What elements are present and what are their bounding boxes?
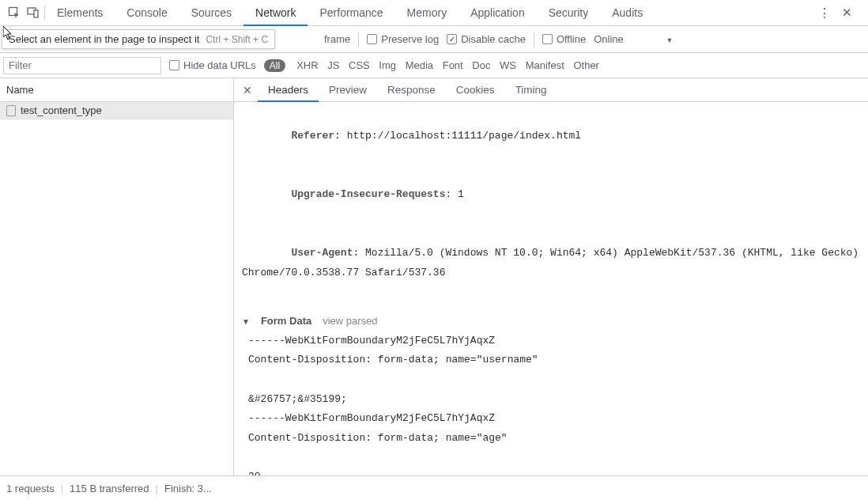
svg-rect-2: [34, 10, 38, 17]
tab-network[interactable]: Network: [243, 0, 308, 26]
network-toolbar: Select an element in the page to inspect…: [0, 26, 868, 53]
header-referer: Referer: http://localhost:11111/page/ind…: [242, 107, 860, 165]
detail-tab-headers[interactable]: Headers: [258, 78, 319, 102]
frame-selector-text[interactable]: frame: [324, 33, 350, 45]
inspect-tooltip: Select an element in the page to inspect…: [2, 29, 275, 49]
detail-tab-timing[interactable]: Timing: [505, 78, 557, 102]
request-row[interactable]: test_content_type: [0, 102, 233, 119]
tab-memory[interactable]: Memory: [395, 0, 459, 26]
status-finish: Finish: 3...: [164, 483, 212, 494]
requests-list-pane: Name test_content_type: [0, 78, 234, 475]
offline-label: Offline: [557, 33, 586, 45]
view-parsed-link[interactable]: view parsed: [323, 312, 377, 331]
caret-down-icon: ▼: [242, 314, 250, 329]
divider: [534, 32, 534, 47]
detail-tab-preview[interactable]: Preview: [319, 78, 377, 102]
filter-type-ws[interactable]: WS: [496, 59, 519, 71]
devtools-top-tabs: ElementsConsoleSourcesNetworkPerformance…: [0, 0, 868, 26]
tab-application[interactable]: Application: [459, 0, 537, 26]
headers-panel[interactable]: Referer: http://localhost:11111/page/ind…: [234, 102, 868, 475]
divider: |: [61, 483, 63, 494]
filter-type-media[interactable]: Media: [402, 59, 436, 71]
tab-performance[interactable]: Performance: [308, 0, 394, 26]
detail-tab-cookies[interactable]: Cookies: [446, 78, 505, 102]
kebab-menu-icon[interactable]: ⋮: [818, 6, 831, 21]
network-main: Name test_content_type ✕ HeadersPreviewR…: [0, 78, 868, 475]
form-data-title: Form Data: [261, 312, 311, 331]
request-name: test_content_type: [21, 104, 102, 116]
hide-data-urls-checkbox[interactable]: Hide data URLs: [169, 59, 256, 71]
divider: [358, 32, 359, 47]
filter-type-other[interactable]: Other: [570, 59, 602, 71]
filter-type-img[interactable]: Img: [376, 59, 399, 71]
tooltip-text: Select an element in the page to inspect…: [9, 33, 199, 45]
throttling-select[interactable]: Online ▼: [594, 33, 673, 45]
detail-tabs: ✕ HeadersPreviewResponseCookiesTiming: [234, 78, 868, 102]
status-requests: 1 requests: [6, 483, 55, 494]
document-icon: [6, 105, 16, 116]
filter-type-css[interactable]: CSS: [345, 59, 373, 71]
disable-cache-label: Disable cache: [461, 33, 526, 45]
filter-type-js[interactable]: JS: [324, 59, 342, 71]
tooltip-shortcut: Ctrl + Shift + C: [206, 34, 268, 45]
tab-elements[interactable]: Elements: [45, 0, 115, 26]
hide-data-urls-label: Hide data URLs: [183, 59, 256, 71]
filter-type-manifest[interactable]: Manifest: [523, 59, 568, 71]
close-devtools-icon[interactable]: ✕: [842, 6, 852, 20]
divider: |: [156, 483, 158, 494]
offline-checkbox[interactable]: Offline: [542, 33, 586, 45]
tab-sources[interactable]: Sources: [179, 0, 243, 26]
header-user-agent: User-Agent: Mozilla/5.0 (Windows NT 10.0…: [242, 224, 860, 302]
network-filter-bar: Hide data URLs All XHR JS CSS Img Media …: [0, 53, 868, 78]
chevron-down-icon: ▼: [666, 36, 673, 44]
request-detail-pane: ✕ HeadersPreviewResponseCookiesTiming Re…: [234, 78, 868, 475]
detail-tab-response[interactable]: Response: [377, 78, 446, 102]
filter-type-doc[interactable]: Doc: [469, 59, 493, 71]
filter-type-xhr[interactable]: XHR: [293, 59, 321, 71]
disable-cache-checkbox[interactable]: Disable cache: [447, 33, 526, 45]
tab-console[interactable]: Console: [115, 0, 179, 26]
filter-type-font[interactable]: Font: [440, 59, 466, 71]
filter-input[interactable]: [3, 57, 161, 74]
network-status-bar: 1 requests | 115 B transferred | Finish:…: [0, 475, 868, 500]
requests-name-header[interactable]: Name: [0, 78, 233, 102]
close-detail-icon[interactable]: ✕: [237, 84, 258, 97]
status-transferred: 115 B transferred: [70, 483, 149, 494]
filter-all-pill[interactable]: All: [264, 59, 285, 72]
form-data-body: ------WebKitFormBoundaryM2jFeC5L7hYjAqxZ…: [242, 331, 860, 475]
preserve-log-label: Preserve log: [381, 33, 439, 45]
inspect-icon[interactable]: [6, 5, 22, 21]
form-data-section-header[interactable]: ▼ Form Data view parsed: [242, 312, 860, 331]
tab-audits[interactable]: Audits: [600, 0, 655, 26]
header-upgrade-insecure: Upgrade-Insecure-Requests: 1: [242, 165, 860, 224]
requests-list: test_content_type: [0, 102, 233, 475]
preserve-log-checkbox[interactable]: Preserve log: [367, 33, 439, 45]
throttling-value: Online: [594, 33, 624, 45]
tab-security[interactable]: Security: [537, 0, 601, 26]
device-toolbar-icon[interactable]: [25, 5, 41, 21]
